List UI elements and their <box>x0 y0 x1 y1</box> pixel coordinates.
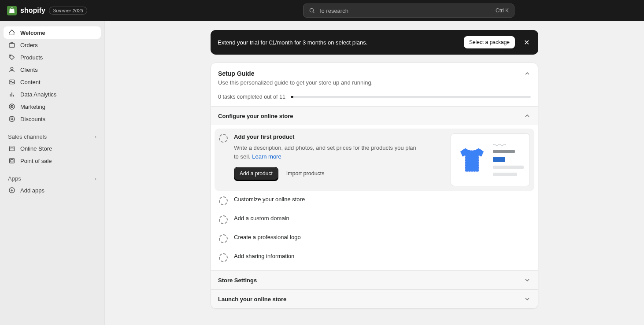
section-title: Store Settings <box>218 277 257 284</box>
sidebar-item-marketing[interactable]: Marketing <box>4 100 101 113</box>
sidebar-item-label: Orders <box>20 42 38 48</box>
task-status-icon <box>219 215 228 224</box>
sidebar-item-analytics[interactable]: Data Analytics <box>4 88 101 100</box>
marketing-icon <box>8 103 16 111</box>
sidebar-item-discounts[interactable]: Discounts <box>4 113 101 125</box>
user-icon <box>8 66 16 74</box>
section-store-settings[interactable]: Store Settings <box>211 270 538 289</box>
plus-circle-icon <box>8 186 16 194</box>
task-description: Write a description, add photos, and set… <box>234 144 419 161</box>
sidebar-item-add-apps[interactable]: Add apps <box>4 184 101 196</box>
sidebar-item-label: Clients <box>20 66 38 73</box>
main-content: Extend your trial for €1/month for 3 mon… <box>105 21 644 325</box>
sidebar-item-label: Discounts <box>20 116 45 122</box>
chevron-right-icon: › <box>95 134 96 140</box>
sidebar-item-label: Online Store <box>20 145 52 152</box>
task-title: Add sharing information <box>234 253 530 259</box>
select-package-button[interactable]: Select a package <box>464 36 515 48</box>
home-icon <box>8 29 16 37</box>
sidebar-item-content[interactable]: Content <box>4 76 101 88</box>
sidebar-item-label: Welcome <box>20 30 45 36</box>
search-input[interactable]: To research Ctrl K <box>303 4 514 18</box>
section-title: Configure your online store <box>218 113 293 119</box>
sidebar-section-apps[interactable]: Apps › <box>4 173 101 184</box>
svg-point-15 <box>11 118 11 118</box>
sidebar-item-online-store[interactable]: Online Store <box>4 142 101 155</box>
brand-text: shopify <box>20 7 45 15</box>
close-icon[interactable]: ✕ <box>522 38 531 47</box>
section-title: Launch your online store <box>218 296 286 303</box>
sidebar-item-welcome[interactable]: Welcome <box>4 26 101 39</box>
discounts-icon <box>8 115 16 123</box>
sidebar-section-channels[interactable]: Sales channels › <box>4 131 101 142</box>
svg-point-16 <box>12 119 13 120</box>
section-launch[interactable]: Launch your online store <box>211 289 538 308</box>
setup-guide-header: Setup Guide Use this personalized guide … <box>211 63 538 106</box>
setup-guide-card: Setup Guide Use this personalized guide … <box>211 63 538 309</box>
svg-point-6 <box>11 81 12 82</box>
svg-line-1 <box>313 12 315 13</box>
setup-subtitle: Use this personalized guide to get your … <box>218 79 531 86</box>
chevron-down-icon <box>524 295 531 303</box>
svg-rect-2 <box>9 44 15 48</box>
sidebar-item-pos[interactable]: Point of sale <box>4 155 101 167</box>
task-sharing-info[interactable]: Add sharing information <box>215 248 534 267</box>
sidebar: Welcome Orders Products Clients Content … <box>0 21 105 325</box>
svg-point-0 <box>310 8 313 12</box>
task-add-first-product[interactable]: Add your first product Write a descripti… <box>215 129 534 191</box>
sidebar-item-label: Point of sale <box>20 158 52 164</box>
task-logo[interactable]: Create a professional logo <box>215 229 534 248</box>
add-product-button[interactable]: Add a product <box>234 167 278 180</box>
chevron-up-icon[interactable] <box>524 70 531 77</box>
svg-point-12 <box>11 106 12 107</box>
chevron-up-icon <box>524 112 531 119</box>
svg-point-3 <box>10 55 11 56</box>
search-placeholder: To research <box>318 7 496 14</box>
tag-icon <box>8 53 16 61</box>
task-title: Create a professional logo <box>234 234 530 240</box>
tshirt-icon <box>455 142 489 177</box>
task-status-icon <box>219 234 228 243</box>
setup-title: Setup Guide <box>218 70 531 77</box>
sidebar-item-label: Content <box>20 79 41 85</box>
channels-label: Sales channels <box>8 133 47 140</box>
svg-point-4 <box>11 67 13 70</box>
progress-bar <box>291 96 531 98</box>
task-custom-domain[interactable]: Add a custom domain <box>215 210 534 229</box>
chevron-right-icon: › <box>95 176 96 182</box>
product-illustration <box>451 133 530 186</box>
task-status-icon <box>219 134 228 143</box>
apps-label: Apps <box>8 175 21 182</box>
shopify-bag-icon <box>7 6 17 15</box>
content-icon <box>8 78 16 86</box>
sidebar-item-clients[interactable]: Clients <box>4 63 101 76</box>
import-products-link[interactable]: Import products <box>286 170 325 177</box>
search-icon <box>309 7 315 14</box>
pos-icon <box>8 157 16 165</box>
learn-more-link[interactable]: Learn more <box>252 153 281 160</box>
svg-rect-5 <box>9 80 15 84</box>
task-customize-store[interactable]: Customize your online store <box>215 191 534 210</box>
sidebar-item-label: Marketing <box>20 103 45 110</box>
task-status-icon <box>219 196 228 205</box>
trial-banner: Extend your trial for €1/month for 3 mon… <box>211 30 538 55</box>
svg-rect-17 <box>10 159 15 163</box>
sidebar-item-orders[interactable]: Orders <box>4 39 101 51</box>
task-title: Customize your online store <box>234 196 530 203</box>
top-bar: shopify Summer 2023 To research Ctrl K <box>0 0 644 21</box>
svg-rect-18 <box>11 159 13 162</box>
analytics-icon <box>8 90 16 98</box>
orders-icon <box>8 41 16 49</box>
store-icon <box>8 144 16 152</box>
task-title: Add your first product <box>234 133 444 140</box>
banner-text: Extend your trial for €1/month for 3 mon… <box>218 39 457 46</box>
search-shortcut: Ctrl K <box>496 7 509 14</box>
progress-text: 0 tasks completed out of 11 <box>218 94 285 100</box>
sidebar-item-products[interactable]: Products <box>4 51 101 63</box>
sidebar-item-label: Add apps <box>20 187 44 194</box>
section-configure[interactable]: Configure your online store <box>211 106 538 125</box>
sidebar-item-label: Data Analytics <box>20 91 56 98</box>
edition-pill[interactable]: Summer 2023 <box>49 7 87 15</box>
logo[interactable]: shopify Summer 2023 <box>7 6 87 15</box>
sidebar-item-label: Products <box>20 54 43 61</box>
